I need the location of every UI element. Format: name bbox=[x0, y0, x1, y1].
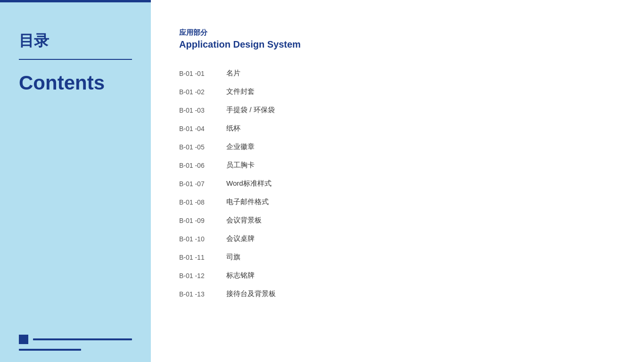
item-code: B-01 -09 bbox=[179, 217, 226, 224]
item-name: 会议背景板 bbox=[226, 216, 262, 225]
item-code: B-01 -10 bbox=[179, 235, 226, 243]
item-name: 标志铭牌 bbox=[226, 271, 255, 280]
list-item: B-01 -11司旗 bbox=[179, 248, 616, 266]
item-name: 员工胸卡 bbox=[226, 161, 255, 170]
list-item: B-01 -08电子邮件格式 bbox=[179, 193, 616, 211]
item-name: 纸杯 bbox=[226, 124, 240, 133]
section-label-zh: 应用部分 bbox=[179, 28, 616, 37]
item-code: B-01 -11 bbox=[179, 254, 226, 261]
sidebar-content: 目录 Contents bbox=[0, 2, 151, 362]
list-item: B-01 -07Word标准样式 bbox=[179, 174, 616, 193]
list-item: B-01 -03手提袋 / 环保袋 bbox=[179, 101, 616, 119]
item-code: B-01 -06 bbox=[179, 162, 226, 169]
list-item: B-01 -05企业徽章 bbox=[179, 138, 616, 156]
item-name: 文件封套 bbox=[226, 87, 255, 96]
item-code: B-01 -12 bbox=[179, 272, 226, 280]
main-content: 应用部分 Application Design System B-01 -01名… bbox=[151, 0, 644, 362]
list-item: B-01 -10会议桌牌 bbox=[179, 230, 616, 248]
deco-square bbox=[19, 335, 28, 344]
item-name: 会议桌牌 bbox=[226, 234, 255, 243]
list-item: B-01 -06员工胸卡 bbox=[179, 156, 616, 174]
item-code: B-01 -05 bbox=[179, 143, 226, 151]
list-item: B-01 -01名片 bbox=[179, 64, 616, 82]
item-name: Word标准样式 bbox=[226, 179, 272, 188]
item-code: B-01 -04 bbox=[179, 125, 226, 132]
item-code: B-01 -07 bbox=[179, 180, 226, 188]
item-code: B-01 -02 bbox=[179, 88, 226, 96]
section-label-en: Application Design System bbox=[179, 39, 616, 50]
list-item: B-01 -09会议背景板 bbox=[179, 211, 616, 230]
sidebar-title-zh: 目录 bbox=[19, 31, 132, 60]
deco-line-full bbox=[33, 338, 132, 340]
list-item: B-01 -13接待台及背景板 bbox=[179, 285, 616, 303]
sidebar: 目录 Contents bbox=[0, 0, 151, 362]
item-name: 电子邮件格式 bbox=[226, 197, 269, 206]
list-item: B-01 -04纸杯 bbox=[179, 119, 616, 138]
item-code: B-01 -03 bbox=[179, 107, 226, 114]
deco-row-1 bbox=[19, 335, 132, 344]
item-name: 司旗 bbox=[226, 253, 240, 262]
bottom-decorations bbox=[19, 335, 132, 351]
list-item: B-01 -12标志铭牌 bbox=[179, 266, 616, 285]
item-name: 接待台及背景板 bbox=[226, 289, 276, 298]
deco-line-3 bbox=[19, 349, 81, 351]
content-items: B-01 -01名片B-01 -02文件封套B-01 -03手提袋 / 环保袋B… bbox=[179, 64, 616, 303]
item-code: B-01 -01 bbox=[179, 70, 226, 77]
item-code: B-01 -08 bbox=[179, 198, 226, 206]
item-name: 名片 bbox=[226, 69, 240, 78]
sidebar-title-en: Contents bbox=[19, 71, 132, 95]
list-item: B-01 -02文件封套 bbox=[179, 82, 616, 101]
item-name: 手提袋 / 环保袋 bbox=[226, 106, 275, 115]
item-code: B-01 -13 bbox=[179, 290, 226, 298]
item-name: 企业徽章 bbox=[226, 142, 255, 151]
